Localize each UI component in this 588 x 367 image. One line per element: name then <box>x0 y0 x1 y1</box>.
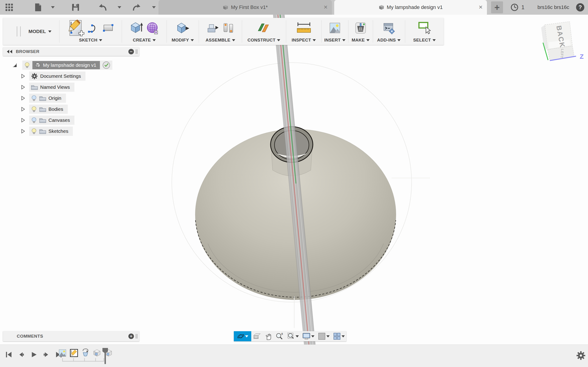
expand-arrow-icon[interactable] <box>21 74 25 79</box>
select-tool-icon[interactable] <box>417 21 432 35</box>
expand-arrow-icon[interactable] <box>21 107 25 112</box>
tab-my-lampshade-design[interactable]: My lampshade design v1 ✕ <box>334 0 487 15</box>
display-settings-button[interactable] <box>300 331 316 341</box>
grid-menu-arrow-icon[interactable] <box>326 335 330 337</box>
latest-version-badge-icon[interactable] <box>102 61 111 69</box>
menu-select[interactable]: SELECT <box>413 38 436 43</box>
browser-row-origin[interactable]: Origin <box>21 93 66 103</box>
scripts-addins-icon[interactable] <box>382 21 396 35</box>
rectangle-tool-icon[interactable] <box>102 21 115 35</box>
bulb-icon[interactable] <box>31 106 37 113</box>
expand-arrow-icon[interactable] <box>21 129 25 134</box>
save-icon[interactable] <box>72 0 79 15</box>
app-grid-icon[interactable] <box>5 0 13 15</box>
menu-make[interactable]: MAKE <box>352 38 370 43</box>
browser-root-row[interactable]: My lampshade design v1 <box>12 60 112 70</box>
comments-panel[interactable]: COMMENTS + <box>3 331 139 341</box>
measure-icon[interactable] <box>295 21 313 35</box>
browser-row-named-views[interactable]: Named Views <box>21 82 74 92</box>
spline-icon[interactable] <box>86 21 100 35</box>
menu-assemble[interactable]: ASSEMBLE <box>206 38 235 43</box>
step-forward-button[interactable] <box>43 351 50 358</box>
pan-button[interactable] <box>263 331 274 341</box>
version-history-icon[interactable] <box>510 0 519 15</box>
document-cube-icon <box>379 4 384 10</box>
zoom-button[interactable]: ± <box>274 331 285 341</box>
panel-grip[interactable] <box>136 334 137 339</box>
menu-insert[interactable]: INSERT <box>324 38 346 43</box>
workspace-switcher[interactable]: MODEL <box>17 18 52 45</box>
undo-icon[interactable] <box>98 0 107 15</box>
look-at-button[interactable] <box>251 331 263 341</box>
z-axis-label[interactable]: Z <box>580 53 584 60</box>
press-pull-icon[interactable] <box>176 21 190 35</box>
view-cube[interactable]: BACK LEFT Z <box>535 18 588 68</box>
3d-print-icon[interactable] <box>354 21 367 35</box>
menu-inspect[interactable]: INSPECT <box>292 38 316 43</box>
construction-plane-icon[interactable] <box>257 21 271 35</box>
timeline-revolve-feature[interactable] <box>81 348 90 358</box>
file-menu-arrow-icon[interactable] <box>51 0 55 15</box>
bulb-icon[interactable] <box>31 128 37 135</box>
form-tool-icon[interactable] <box>145 21 159 35</box>
viewports-button[interactable] <box>331 331 346 341</box>
new-tab-button[interactable]: + <box>491 1 503 13</box>
bulb-icon[interactable] <box>31 117 37 124</box>
timeline-canvas-feature[interactable] <box>58 348 67 358</box>
expand-arrow-icon[interactable] <box>21 96 25 101</box>
panel-grip[interactable] <box>136 49 137 54</box>
timeline-position-marker[interactable] <box>102 348 109 365</box>
play-button[interactable] <box>30 351 37 358</box>
redo-menu-arrow-icon[interactable] <box>152 0 156 15</box>
expand-arrow-icon[interactable] <box>21 118 25 123</box>
menu-construct[interactable]: CONSTRUCT <box>248 38 280 43</box>
timeline-feature-4[interactable] <box>92 348 102 358</box>
grid-layout-button[interactable] <box>316 331 331 341</box>
collapse-arrow-icon[interactable] <box>12 63 17 68</box>
tab-my-first-box[interactable]: My First Box v1* ✕ <box>158 0 332 15</box>
go-to-beginning-button[interactable] <box>5 351 12 358</box>
username[interactable]: brs16c brs16c <box>537 0 569 15</box>
bulb-icon[interactable] <box>24 62 30 68</box>
close-tab-icon[interactable]: ✕ <box>479 4 483 10</box>
row-label: Bodies <box>48 106 63 112</box>
browser-header[interactable]: BROWSER − <box>3 47 139 56</box>
selected-root-label[interactable]: My lampshade design v1 <box>32 61 100 69</box>
browser-row-sketches[interactable]: Sketches <box>21 126 73 136</box>
joint-icon[interactable] <box>221 21 235 35</box>
step-back-button[interactable] <box>18 351 25 358</box>
undo-menu-arrow-icon[interactable] <box>118 0 121 15</box>
menu-modify[interactable]: MODIFY <box>172 38 194 43</box>
browser-row-document-settings[interactable]: Document Settings <box>21 71 86 81</box>
menu-create[interactable]: CREATE <box>133 38 156 43</box>
orbit-button[interactable] <box>234 331 251 341</box>
display-menu-arrow-icon[interactable] <box>311 335 314 337</box>
bulb-icon[interactable] <box>31 95 37 102</box>
help-button[interactable]: ? <box>576 3 584 11</box>
menu-sketch[interactable]: SKETCH <box>79 38 102 43</box>
timeline-settings-gear-icon[interactable] <box>576 351 586 360</box>
insert-canvas-icon[interactable] <box>328 21 342 35</box>
browser-row-canvases[interactable]: Canvases <box>21 115 74 125</box>
hide-panel-button[interactable]: − <box>128 49 134 54</box>
version-count[interactable]: 1 <box>521 0 524 15</box>
timeline-sketch-feature[interactable] <box>69 348 78 358</box>
box-tool-icon[interactable] <box>129 21 143 35</box>
viewports-menu-arrow-icon[interactable] <box>342 335 345 337</box>
zoom-window-button[interactable] <box>285 331 300 341</box>
comments-title: COMMENTS <box>17 334 128 339</box>
new-component-icon[interactable] <box>206 21 220 35</box>
zoom-menu-arrow-icon[interactable] <box>296 335 299 337</box>
redo-icon[interactable] <box>132 0 141 15</box>
collapse-panel-icon[interactable] <box>6 49 13 54</box>
expand-arrow-icon[interactable] <box>21 85 25 90</box>
browser-row-bodies[interactable]: Bodies <box>21 104 68 114</box>
top-tab-bar: My First Box v1* ✕ My lampshade design v… <box>0 0 588 15</box>
add-comment-button[interactable]: + <box>128 334 134 339</box>
menu-addins[interactable]: ADD-INS <box>377 38 401 43</box>
create-sketch-icon[interactable] <box>67 19 85 37</box>
toolbar-grip[interactable] <box>17 26 17 36</box>
file-icon[interactable] <box>35 0 42 15</box>
orbit-menu-arrow-icon[interactable] <box>245 335 248 337</box>
close-tab-icon[interactable]: ✕ <box>324 4 328 10</box>
